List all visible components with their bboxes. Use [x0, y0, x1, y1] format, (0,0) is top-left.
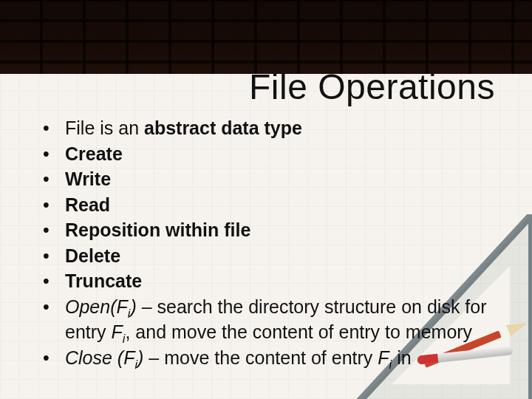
list-item: File is an abstract data type [40, 115, 502, 141]
text-italic: ) [130, 296, 136, 317]
list-item: Reposition within file [40, 217, 502, 243]
list-item: Truncate [40, 268, 502, 294]
text-bold: Delete [65, 245, 120, 266]
text: in [392, 347, 411, 368]
list-item: Create [40, 141, 502, 167]
text: , and move the content of entry to memor… [125, 321, 472, 342]
slide-title: File Operations [0, 66, 517, 107]
list-item: Read [40, 192, 502, 218]
slide-content: File Operations File is an abstract data… [0, 0, 532, 399]
list-item: Close (Fi) – move the content of entry F… [40, 345, 502, 371]
text-bold: Truncate [65, 270, 142, 291]
text-italic: Close (F [65, 347, 134, 368]
text-bold: Create [65, 143, 123, 164]
text-italic: Open(F [65, 296, 128, 317]
text-italic: F [378, 347, 389, 368]
text: – move the content of entry [143, 347, 378, 368]
text-bold: abstract data type [144, 117, 302, 138]
text-bold: Read [65, 194, 110, 215]
text-bold: Write [65, 168, 111, 189]
text-bold: Reposition within file [65, 219, 250, 240]
text: File is an [65, 117, 144, 138]
list-item: Delete [40, 243, 502, 269]
text-italic: F [112, 321, 123, 342]
bullet-list: File is an abstract data type Create Wri… [40, 115, 502, 370]
list-item: Open(Fi) – search the directory structur… [40, 294, 502, 345]
list-item: Write [40, 166, 502, 192]
